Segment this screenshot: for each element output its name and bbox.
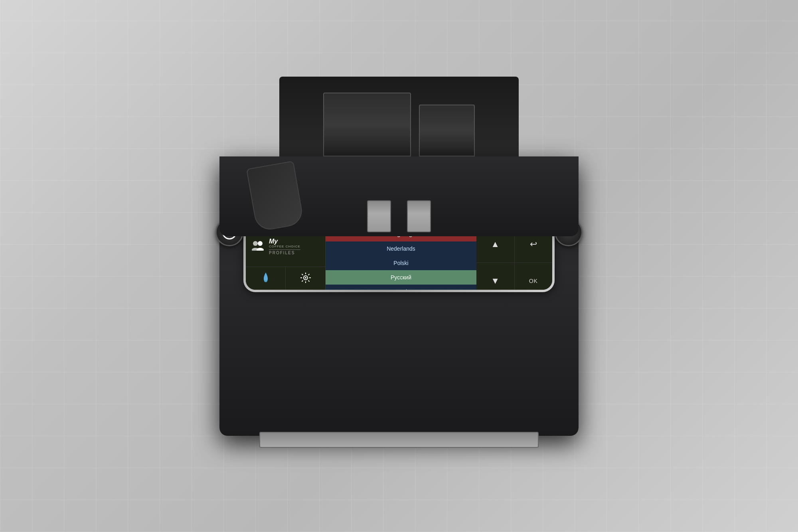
svg-point-34	[258, 241, 263, 246]
svg-line-47	[302, 281, 303, 282]
profiles-icon	[251, 239, 265, 253]
language-item-russian[interactable]: Русский	[326, 270, 476, 285]
coffee-machine: ⏸	[180, 77, 618, 456]
language-item-polski[interactable]: Polski	[326, 256, 476, 270]
svg-line-45	[308, 281, 309, 282]
clean-icon	[260, 272, 272, 287]
language-item-svenska[interactable]: Svenska	[326, 285, 476, 289]
clean-button[interactable]: Clean	[246, 267, 286, 290]
svg-line-46	[308, 274, 309, 275]
svg-point-36	[257, 248, 264, 251]
my-coffee-profiles: My coffee choice PROFILES	[269, 238, 300, 255]
machine-bottom	[219, 156, 579, 236]
nav-bottom-row: ▼ OK	[476, 263, 552, 290]
frother-arm	[246, 160, 304, 231]
coffee-choice-label: coffee choice	[269, 245, 300, 249]
nav-back-icon: ↩	[530, 239, 537, 249]
coffee-spout-left	[367, 200, 391, 232]
nav-ok-text: OK	[529, 278, 538, 284]
machine-body: ⏸	[219, 156, 579, 436]
svg-point-39	[305, 277, 306, 279]
nav-forward-button[interactable]: OK	[515, 263, 553, 290]
svg-point-37	[264, 281, 267, 282]
nav-up-icon: ▲	[491, 239, 500, 249]
machine-top	[279, 77, 519, 156]
language-list: Nederlands Polski Русский Svenska	[326, 241, 476, 289]
bean-hopper-right	[419, 105, 475, 156]
svg-line-44	[302, 274, 303, 275]
clean-label: Clean	[260, 289, 271, 289]
settings-label: Settings	[298, 289, 314, 289]
nav-down-button[interactable]: ▼	[476, 263, 515, 290]
action-row: Clean	[246, 267, 325, 290]
svg-point-33	[253, 241, 258, 246]
my-label: My	[269, 238, 300, 245]
bean-hopper-left	[323, 93, 411, 156]
language-item-nederlands[interactable]: Nederlands	[326, 241, 476, 256]
coffee-spout-right	[407, 200, 431, 232]
settings-button[interactable]: Settings	[286, 267, 325, 290]
spout-area	[367, 200, 431, 232]
nav-down-icon: ▼	[491, 276, 500, 286]
profiles-word-label: PROFILES	[269, 249, 300, 255]
settings-icon	[300, 272, 312, 287]
drip-tray	[259, 432, 539, 448]
